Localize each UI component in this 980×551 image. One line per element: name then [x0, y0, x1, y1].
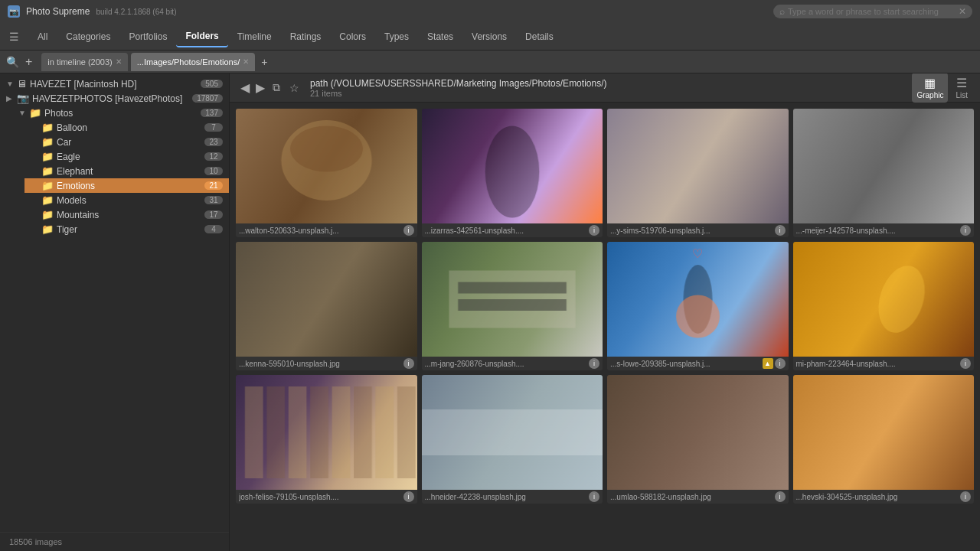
photo-item[interactable]: ♡ ...s-lowe-209385-unsplash.j... ▲ i: [607, 242, 789, 370]
sidebar-item-balloon[interactable]: 📁 Balloon 7: [24, 120, 229, 135]
photo-filename: ...kenna-595010-unsplash.jpg: [239, 360, 403, 368]
sidebar-item-models[interactable]: 📁 Models 31: [24, 193, 229, 207]
back-button[interactable]: ◀: [237, 79, 253, 96]
photo-grid: ...walton-520633-unsplash.j... i ...izar…: [230, 103, 980, 551]
sidebar-item-elephant[interactable]: 📁 Elephant 10: [24, 164, 229, 178]
photo-filename: josh-felise-79105-unsplash....: [239, 493, 403, 501]
photo-filename: ...walton-520633-unsplash.j...: [239, 227, 403, 235]
folder-count: 505: [201, 80, 223, 88]
tab-new-button[interactable]: +: [261, 56, 267, 68]
photo-thumbnail: [793, 375, 975, 490]
tab-emotions-close[interactable]: ✕: [243, 57, 249, 66]
nav-categories[interactable]: Categories: [57, 27, 119, 47]
tab-add-button[interactable]: +: [25, 55, 32, 69]
photo-label: mi-pham-223464-unsplash.... i: [793, 357, 975, 370]
forward-button[interactable]: ▶: [253, 79, 268, 96]
folder-count: 21: [204, 181, 223, 190]
folder-label: Elephant: [57, 166, 204, 177]
photo-thumbnail: [236, 242, 417, 357]
photo-item[interactable]: ...kenna-595010-unsplash.jpg i: [236, 242, 417, 370]
folder-count: 4: [204, 225, 223, 233]
nav-types[interactable]: Types: [375, 27, 418, 47]
photo-filename: ...izarras-342561-unsplash....: [425, 227, 590, 235]
photo-thumbnail: [793, 109, 975, 223]
photo-info-button[interactable]: i: [589, 225, 599, 236]
photo-item[interactable]: ...umlao-588182-unsplash.jpg i: [607, 375, 789, 504]
nav-details[interactable]: Details: [516, 27, 563, 47]
photo-label: josh-felise-79105-unsplash.... i: [236, 490, 417, 504]
tab-timeline-label: in timeline (2003): [47, 57, 112, 67]
photo-info-button[interactable]: i: [589, 491, 599, 502]
photo-info-button[interactable]: i: [960, 358, 971, 369]
nav-portfolios[interactable]: Portfolios: [119, 27, 176, 47]
photo-label: ...hevski-304525-unsplash.jpg i: [793, 490, 975, 504]
photo-item[interactable]: ...-meijer-142578-unsplash.... i: [793, 109, 975, 237]
folder-label: Eagle: [57, 152, 204, 162]
nav-timeline[interactable]: Timeline: [228, 27, 281, 47]
filter-button[interactable]: ⧉: [268, 80, 285, 96]
tab-timeline[interactable]: in timeline (2003) ✕: [41, 53, 127, 71]
nav-ratings[interactable]: Ratings: [281, 27, 331, 47]
sidebar-item-tiger[interactable]: 📁 Tiger 4: [24, 222, 229, 236]
photo-info-button[interactable]: i: [960, 225, 971, 236]
photo-item[interactable]: ...y-sims-519706-unsplash.j... i: [607, 109, 789, 237]
photo-warning-button[interactable]: ▲: [763, 358, 773, 369]
photo-info-button[interactable]: i: [403, 225, 414, 236]
photo-item[interactable]: josh-felise-79105-unsplash.... i: [236, 375, 417, 504]
photo-filename: ...hneider-42238-unsplash.jpg: [425, 493, 590, 501]
folder-label: Photos: [44, 108, 201, 119]
sidebar-item-photos[interactable]: ▼ 📁 Photos 137: [12, 106, 229, 120]
tab-emotions[interactable]: ...Images/Photos/Emotions/ ✕: [131, 53, 256, 71]
tab-timeline-close[interactable]: ✕: [116, 57, 122, 66]
photo-label: ...y-sims-519706-unsplash.j... i: [607, 223, 789, 237]
nav-versions[interactable]: Versions: [462, 27, 516, 47]
photo-thumbnail: [236, 375, 417, 490]
app-subtitle: build 4.2.1.1868 (64 bit): [96, 8, 176, 16]
photo-item[interactable]: ...izarras-342561-unsplash.... i: [422, 109, 603, 237]
list-view-button[interactable]: ☰ List: [951, 73, 972, 103]
photo-info-button[interactable]: i: [403, 491, 414, 502]
photo-filename: ...y-sims-519706-unsplash.j...: [610, 227, 775, 235]
nav-folders[interactable]: Folders: [176, 26, 227, 47]
sidebar-item-havezet-mac[interactable]: ▼ 🖥 HAVEZET [Macintosh HD] 505: [0, 77, 229, 91]
photo-info-button[interactable]: i: [589, 358, 599, 369]
list-view-icon: ☰: [956, 76, 967, 90]
tab-emotions-label: ...Images/Photos/Emotions/: [137, 57, 240, 67]
nav-states[interactable]: States: [418, 27, 462, 47]
photo-item[interactable]: ...walton-520633-unsplash.j... i: [236, 109, 417, 237]
hamburger-menu[interactable]: ☰: [9, 31, 19, 43]
app-icon: 📷: [8, 5, 20, 18]
photo-info-button[interactable]: i: [403, 358, 414, 369]
photo-item[interactable]: mi-pham-223464-unsplash.... i: [793, 242, 975, 370]
star-button[interactable]: ☆: [285, 80, 304, 96]
folder-icon: 📁: [41, 180, 54, 191]
photo-info-button[interactable]: i: [960, 491, 971, 502]
tab-search-button[interactable]: 🔍: [6, 56, 19, 68]
list-view-label: List: [956, 91, 968, 99]
folder-icon: 📁: [41, 194, 54, 206]
folder-icon: 📁: [41, 209, 54, 220]
search-input[interactable]: [788, 7, 959, 16]
photo-item[interactable]: ...m-jang-260876-unsplash.... i: [422, 242, 603, 370]
sidebar-item-car[interactable]: 📁 Car 23: [24, 135, 229, 149]
sidebar-item-eagle[interactable]: 📁 Eagle 12: [24, 149, 229, 164]
photo-label: ...m-jang-260876-unsplash.... i: [422, 357, 603, 370]
folder-label: Emotions: [57, 181, 204, 191]
clear-search-icon[interactable]: ✕: [959, 6, 966, 17]
drive-icon: 📷: [17, 93, 29, 104]
photo-info-button[interactable]: i: [775, 225, 786, 236]
folder-count: 23: [204, 138, 223, 146]
photo-item[interactable]: ...hneider-42238-unsplash.jpg i: [422, 375, 603, 504]
nav-all[interactable]: All: [28, 27, 57, 47]
photo-info-button[interactable]: i: [775, 358, 786, 369]
sidebar-item-mountains[interactable]: 📁 Mountains 17: [24, 207, 229, 222]
search-bar[interactable]: ⌕ ✕: [773, 5, 972, 18]
sidebar-item-emotions[interactable]: 📁 Emotions 21: [24, 178, 229, 193]
path-title: path (/VOLUMES/USERSSHARED/Marketing Ima…: [310, 78, 912, 89]
photo-info-button[interactable]: i: [775, 491, 786, 502]
photo-label: ...kenna-595010-unsplash.jpg i: [236, 357, 417, 370]
photo-item[interactable]: ...hevski-304525-unsplash.jpg i: [793, 375, 975, 504]
graphic-view-button[interactable]: ▦ Graphic: [912, 73, 948, 103]
nav-colors[interactable]: Colors: [330, 27, 375, 47]
sidebar-item-havezet-photos[interactable]: ▶ 📷 HAVEZETPHOTOS [HavezetPhotos] 17807: [0, 91, 229, 106]
